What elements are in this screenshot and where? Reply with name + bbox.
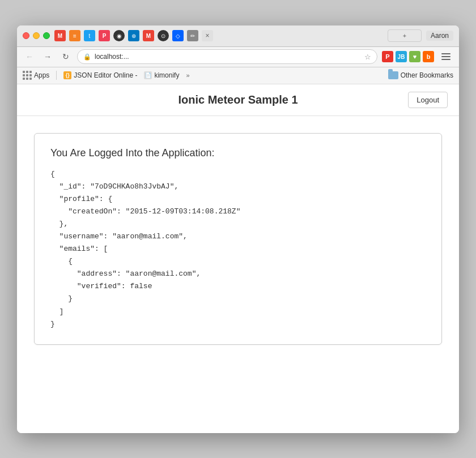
- twitter-tab-icon[interactable]: t: [84, 30, 95, 41]
- stack-tab-icon[interactable]: ≡: [69, 30, 80, 41]
- json-editor-bookmark[interactable]: {} JSON Editor Online -: [63, 71, 137, 79]
- more-bookmarks-icon[interactable]: »: [186, 72, 189, 79]
- kimonify-favicon: 📄: [144, 71, 152, 79]
- gmail2-tab-icon[interactable]: M: [143, 30, 154, 41]
- dropbox-tab-icon[interactable]: ◇: [172, 30, 184, 41]
- maximize-button[interactable]: [43, 32, 50, 39]
- forward-button[interactable]: →: [41, 50, 54, 63]
- nav-bar: ← → ↻ 🔒 localhost:... ☆ P JB ♥ b: [17, 47, 459, 67]
- apps-label: Apps: [34, 71, 49, 79]
- hamburger-line-1: [441, 53, 450, 54]
- address-bar[interactable]: 🔒 localhost:... ☆: [77, 49, 377, 64]
- json-editor-label: JSON Editor Online -: [74, 71, 137, 79]
- kimonify-bookmark[interactable]: 📄 kimonify: [144, 71, 179, 79]
- menu-button[interactable]: [439, 49, 453, 64]
- bookmark-separator-1: [56, 71, 57, 80]
- minimize-button[interactable]: [33, 32, 40, 39]
- json-display: { "_id": "7oD9CHKAo8h3JvbAJ", "profile":…: [50, 168, 426, 331]
- apps-bookmark[interactable]: Apps: [23, 71, 49, 80]
- gmail-tab-icon[interactable]: M: [54, 30, 66, 41]
- hamburger-line-3: [441, 59, 450, 60]
- github2-tab-icon[interactable]: ⊙: [158, 30, 169, 41]
- back-button[interactable]: ←: [23, 50, 36, 63]
- address-text: localhost:...: [95, 53, 361, 61]
- pinterest-ext-icon[interactable]: P: [382, 51, 393, 62]
- bookmark-star-icon[interactable]: ☆: [364, 53, 371, 61]
- ext4-icon[interactable]: b: [423, 51, 434, 62]
- logged-in-message: You Are Logged Into the Application:: [50, 147, 426, 159]
- hamburger-line-2: [441, 56, 450, 57]
- close-tab-button[interactable]: ×: [202, 30, 213, 41]
- app-title: Ionic Meteor Sample 1: [178, 93, 298, 106]
- browser-window: M ≡ t P ◉ ⊕ M ⊙ ◇ ✏ × + Aaron: [17, 25, 459, 433]
- github-tab-icon[interactable]: ◉: [113, 30, 125, 41]
- app-header: Ionic Meteor Sample 1 Logout: [17, 84, 459, 116]
- json-card: You Are Logged Into the Application: { "…: [34, 133, 442, 345]
- other-bookmarks-area: Other Bookmarks: [388, 71, 453, 79]
- content-area: You Are Logged Into the Application: { "…: [17, 116, 459, 433]
- json-editor-favicon: {}: [63, 71, 71, 79]
- folder-icon: [388, 71, 398, 79]
- logout-button[interactable]: Logout: [408, 92, 448, 108]
- reload-button[interactable]: ↻: [59, 50, 73, 63]
- ext3-icon[interactable]: ♥: [409, 51, 420, 62]
- lock-icon: 🔒: [83, 53, 91, 61]
- bookmarks-bar: Apps {} JSON Editor Online - 📄 kimonify …: [17, 67, 459, 84]
- title-bar: M ≡ t P ◉ ⊕ M ⊙ ◇ ✏ × + Aaron: [17, 25, 459, 47]
- pen-tab-icon[interactable]: ✏: [187, 30, 198, 41]
- pocket-tab-icon[interactable]: P: [99, 30, 110, 41]
- user-name: Aaron: [426, 31, 453, 41]
- close-button[interactable]: [23, 32, 29, 39]
- traffic-lights: [23, 32, 50, 39]
- other-bookmarks-link[interactable]: Other Bookmarks: [388, 71, 453, 79]
- new-tab-button[interactable]: +: [388, 29, 422, 42]
- apps-grid-icon: [23, 71, 32, 80]
- other-bookmarks-label: Other Bookmarks: [401, 71, 453, 79]
- page-content: Ionic Meteor Sample 1 Logout You Are Log…: [17, 84, 459, 433]
- drupal-tab-icon[interactable]: ⊕: [128, 30, 139, 41]
- jetbrains-ext-icon[interactable]: JB: [396, 51, 407, 62]
- extension-icons: P JB ♥ b: [382, 51, 434, 62]
- kimonify-label: kimonify: [154, 71, 179, 79]
